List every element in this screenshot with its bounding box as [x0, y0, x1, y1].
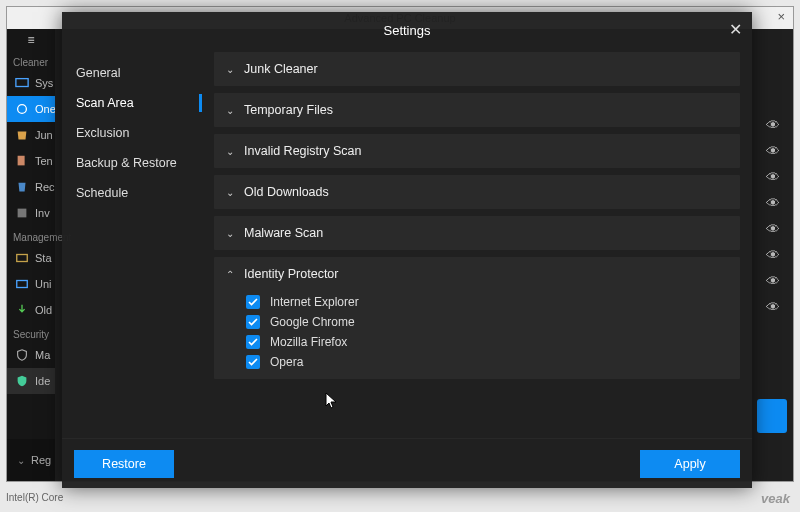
checkbox-checked-icon[interactable]: [246, 355, 260, 369]
modal-footer: Restore Apply: [62, 438, 752, 488]
checkbox-label: Google Chrome: [270, 315, 355, 329]
settings-tab-schedule[interactable]: Schedule: [62, 178, 202, 208]
panel-identity-protector: ⌃Identity Protector Internet Explorer Go…: [214, 257, 740, 379]
chevron-down-icon: ⌄: [17, 455, 25, 466]
sidebar-section-security: Security: [7, 323, 55, 342]
svg-rect-0: [16, 79, 28, 87]
checkbox-row-firefox[interactable]: Mozilla Firefox: [246, 335, 728, 349]
window-close-icon[interactable]: ×: [777, 9, 785, 24]
panel-old-downloads: ⌄Old Downloads: [214, 175, 740, 209]
panel-header-temp[interactable]: ⌄Temporary Files: [214, 93, 740, 127]
sidebar-section-cleaner: Cleaner: [7, 51, 55, 70]
settings-sidebar: General Scan Area Exclusion Backup & Res…: [62, 48, 202, 438]
panel-header-junk[interactable]: ⌄Junk Cleaner: [214, 52, 740, 86]
sidebar-item-one[interactable]: One: [7, 96, 55, 122]
sidebar-section-management: Management: [7, 226, 55, 245]
panel-body-identity: Internet Explorer Google Chrome Mozilla …: [214, 291, 740, 379]
checkbox-checked-icon[interactable]: [246, 335, 260, 349]
chevron-down-icon: ⌄: [226, 105, 236, 116]
checkbox-checked-icon[interactable]: [246, 295, 260, 309]
sidebar-item-sys[interactable]: Sys: [7, 70, 55, 96]
main-sidebar: ≡ Cleaner Sys One Jun Ten Rec Inv Manage…: [7, 29, 55, 481]
sidebar-item-invalid[interactable]: Inv: [7, 200, 55, 226]
eye-icon[interactable]: 👁: [766, 299, 780, 315]
eye-icon[interactable]: 👁: [766, 221, 780, 237]
restore-button[interactable]: Restore: [74, 450, 174, 478]
watermark: veak: [761, 491, 790, 506]
eye-icon[interactable]: 👁: [766, 247, 780, 263]
panel-header-malware[interactable]: ⌄Malware Scan: [214, 216, 740, 250]
register-label: Reg: [31, 454, 51, 466]
panel-temporary-files: ⌄Temporary Files: [214, 93, 740, 127]
hamburger-icon[interactable]: ≡: [7, 29, 55, 51]
panel-malware-scan: ⌄Malware Scan: [214, 216, 740, 250]
svg-point-1: [18, 105, 27, 114]
sidebar-item-malware[interactable]: Ma: [7, 342, 55, 368]
statusbar: Intel(R) Core: [6, 488, 63, 506]
modal-header: Settings ✕: [62, 12, 752, 48]
settings-tab-exclusion[interactable]: Exclusion: [62, 118, 202, 148]
chevron-down-icon: ⌄: [226, 187, 236, 198]
sidebar-item-uninstall[interactable]: Uni: [7, 271, 55, 297]
chevron-down-icon: ⌄: [226, 146, 236, 157]
apply-button[interactable]: Apply: [640, 450, 740, 478]
eye-icon[interactable]: 👁: [766, 169, 780, 185]
svg-rect-2: [18, 156, 25, 166]
checkbox-label: Mozilla Firefox: [270, 335, 347, 349]
chevron-up-icon: ⌃: [226, 269, 236, 280]
checkbox-row-opera[interactable]: Opera: [246, 355, 728, 369]
eye-icon[interactable]: 👁: [766, 195, 780, 211]
sidebar-item-startup[interactable]: Sta: [7, 245, 55, 271]
register-bar[interactable]: ⌄ Reg: [7, 439, 55, 481]
sidebar-item-temp[interactable]: Ten: [7, 148, 55, 174]
eye-icon[interactable]: 👁: [766, 273, 780, 289]
sidebar-item-identity[interactable]: Ide: [7, 368, 55, 394]
svg-rect-5: [17, 281, 28, 288]
chevron-down-icon: ⌄: [226, 64, 236, 75]
sidebar-item-recycle[interactable]: Rec: [7, 174, 55, 200]
background-action-button[interactable]: [757, 399, 787, 433]
panel-junk-cleaner: ⌄Junk Cleaner: [214, 52, 740, 86]
svg-rect-4: [17, 255, 28, 262]
close-icon[interactable]: ✕: [729, 20, 742, 39]
settings-modal: Settings ✕ General Scan Area Exclusion B…: [62, 12, 752, 488]
settings-content: ⌄Junk Cleaner ⌄Temporary Files ⌄Invalid …: [202, 48, 752, 438]
panel-header-downloads[interactable]: ⌄Old Downloads: [214, 175, 740, 209]
checkbox-row-chrome[interactable]: Google Chrome: [246, 315, 728, 329]
chevron-down-icon: ⌄: [226, 228, 236, 239]
settings-tab-scan-area[interactable]: Scan Area: [62, 88, 202, 118]
eye-icon[interactable]: 👁: [766, 117, 780, 133]
panel-invalid-registry: ⌄Invalid Registry Scan: [214, 134, 740, 168]
svg-rect-3: [18, 209, 27, 218]
sidebar-item-old[interactable]: Old: [7, 297, 55, 323]
settings-tab-backup-restore[interactable]: Backup & Restore: [62, 148, 202, 178]
checkbox-row-ie[interactable]: Internet Explorer: [246, 295, 728, 309]
modal-title: Settings: [384, 23, 431, 38]
sidebar-item-junk[interactable]: Jun: [7, 122, 55, 148]
panel-header-registry[interactable]: ⌄Invalid Registry Scan: [214, 134, 740, 168]
eye-icon[interactable]: 👁: [766, 143, 780, 159]
checkbox-label: Internet Explorer: [270, 295, 359, 309]
settings-tab-general[interactable]: General: [62, 58, 202, 88]
checkbox-label: Opera: [270, 355, 303, 369]
panel-header-identity[interactable]: ⌃Identity Protector: [214, 257, 740, 291]
visibility-toggle-column: 👁 👁 👁 👁 👁 👁 👁 👁: [759, 117, 787, 421]
checkbox-checked-icon[interactable]: [246, 315, 260, 329]
